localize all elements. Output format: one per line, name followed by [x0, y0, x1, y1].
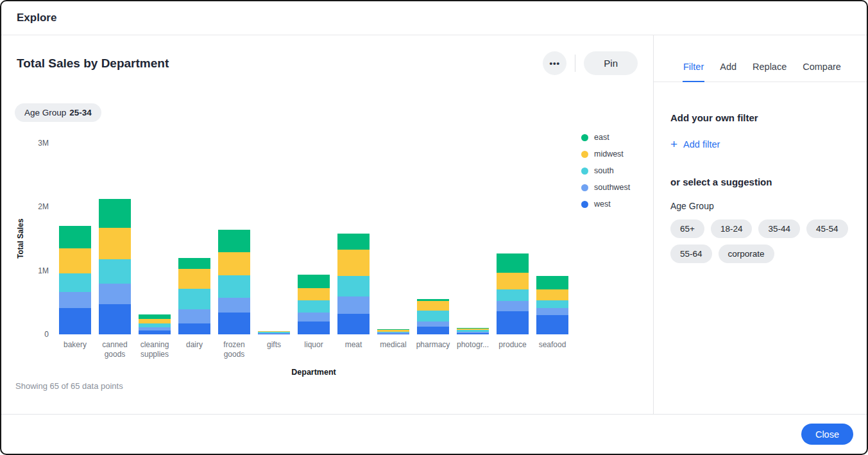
bar-segment-east[interactable]	[59, 226, 91, 248]
bar-segment-south[interactable]	[59, 273, 91, 293]
bar-segment-southwest[interactable]	[59, 292, 91, 308]
bar-segment-midwest[interactable]	[178, 269, 210, 289]
bar-segment-west[interactable]	[536, 315, 568, 334]
suggestion-chip-35-44[interactable]: 35-44	[758, 219, 800, 238]
stacked-bar[interactable]	[536, 276, 568, 334]
bar-gifts[interactable]	[254, 143, 294, 334]
legend-item-west[interactable]: west	[581, 200, 630, 209]
suggestion-group-label: Age Group	[670, 201, 850, 211]
bar-segment-south[interactable]	[218, 275, 250, 298]
stacked-bar[interactable]	[337, 234, 370, 334]
bar-segment-east[interactable]	[497, 253, 529, 273]
stacked-bar[interactable]	[457, 328, 489, 334]
bar-pharmacy[interactable]	[413, 143, 453, 334]
bar-segment-south[interactable]	[497, 289, 529, 302]
suggestion-chip-65+[interactable]: 65+	[670, 219, 704, 238]
bar-segment-west[interactable]	[218, 313, 250, 334]
bar-canned-goods[interactable]	[95, 143, 135, 334]
bar-segment-midwest[interactable]	[59, 248, 91, 273]
tab-filter[interactable]: Filter	[683, 62, 704, 82]
bar-segment-east[interactable]	[99, 199, 131, 228]
tab-add[interactable]: Add	[719, 62, 737, 82]
bar-segment-midwest[interactable]	[139, 319, 171, 323]
bar-segment-midwest[interactable]	[497, 273, 529, 289]
legend-item-midwest[interactable]: midwest	[581, 150, 630, 159]
suggestion-chip-55-64[interactable]: 55-64	[670, 245, 712, 263]
bar-segment-east[interactable]	[178, 258, 210, 269]
bar-cleaning-supplies[interactable]	[135, 143, 174, 334]
x-tick-label: cleaning supplies	[135, 340, 174, 359]
bar-segment-east[interactable]	[298, 275, 330, 288]
more-options-button[interactable]: •••	[543, 51, 566, 75]
legend-item-south[interactable]: south	[581, 166, 630, 175]
bar-segment-west[interactable]	[178, 323, 210, 334]
stacked-bar[interactable]	[99, 199, 131, 334]
bar-segment-west[interactable]	[497, 311, 529, 334]
bar-segment-west[interactable]	[457, 333, 489, 334]
bar-liquor[interactable]	[294, 143, 334, 334]
bar-segment-south[interactable]	[536, 300, 568, 308]
legend-item-southwest[interactable]: southwest	[581, 183, 630, 192]
bar-segment-southwest[interactable]	[178, 309, 210, 323]
bar-bakery[interactable]	[55, 143, 95, 334]
bar-segment-west[interactable]	[258, 334, 290, 334]
stacked-bar[interactable]	[258, 331, 290, 334]
bar-segment-west[interactable]	[139, 331, 171, 334]
stacked-bar[interactable]	[218, 230, 250, 334]
bar-segment-south[interactable]	[178, 289, 210, 310]
bar-photogr-[interactable]	[453, 143, 493, 334]
bar-segment-midwest[interactable]	[417, 301, 449, 311]
bar-medical[interactable]	[373, 143, 413, 334]
stacked-bar[interactable]	[298, 275, 330, 334]
suggestion-chip-corporate[interactable]: corporate	[719, 245, 774, 263]
bar-segment-south[interactable]	[417, 311, 449, 322]
bar-segment-south[interactable]	[298, 300, 330, 313]
bar-seafood[interactable]	[532, 143, 572, 334]
bar-dairy[interactable]	[174, 143, 214, 334]
bar-segment-midwest[interactable]	[337, 250, 370, 276]
stacked-bar[interactable]	[417, 299, 449, 334]
add-filter-button[interactable]: + Add filter	[670, 139, 720, 150]
pin-button[interactable]: Pin	[584, 51, 638, 75]
stacked-bar[interactable]	[377, 329, 409, 334]
suggestion-chip-18-24[interactable]: 18-24	[711, 219, 753, 238]
bar-segment-east[interactable]	[218, 230, 250, 252]
bar-segment-east[interactable]	[536, 276, 568, 289]
tab-compare[interactable]: Compare	[802, 62, 842, 82]
bar-segment-west[interactable]	[417, 327, 449, 334]
bar-segment-west[interactable]	[337, 314, 370, 334]
bar-segment-west[interactable]	[99, 304, 131, 334]
close-button[interactable]: Close	[801, 424, 853, 445]
bar-frozen-goods[interactable]	[214, 143, 254, 334]
bar-segment-southwest[interactable]	[536, 308, 568, 315]
bar-segment-southwest[interactable]	[99, 284, 131, 305]
stacked-bar[interactable]	[178, 258, 210, 334]
bar-segment-southwest[interactable]	[337, 296, 370, 314]
bar-segment-east[interactable]	[337, 234, 370, 250]
bar-segment-south[interactable]	[99, 259, 131, 284]
bar-segment-south[interactable]	[337, 276, 370, 297]
legend-item-east[interactable]: east	[581, 133, 630, 142]
stacked-bar[interactable]	[139, 314, 171, 334]
bar-segment-midwest[interactable]	[536, 289, 568, 301]
suggestion-chip-45-54[interactable]: 45-54	[806, 219, 848, 238]
bar-segment-southwest[interactable]	[417, 322, 449, 327]
bar-segment-southwest[interactable]	[218, 298, 250, 313]
dialog-header: Explore	[1, 1, 867, 35]
filter-tab-content: Add your own filter + Add filter or sele…	[654, 112, 867, 263]
stacked-bar[interactable]	[497, 253, 529, 334]
bar-segment-west[interactable]	[298, 322, 330, 334]
stacked-bar[interactable]	[59, 226, 91, 334]
bar-segment-southwest[interactable]	[497, 301, 529, 311]
bar-segment-west[interactable]	[377, 334, 409, 334]
bar-segment-midwest[interactable]	[99, 228, 131, 259]
bar-segment-midwest[interactable]	[298, 288, 330, 301]
bar-segment-west[interactable]	[59, 308, 91, 334]
bar-segment-east[interactable]	[139, 314, 171, 319]
bar-segment-southwest[interactable]	[298, 313, 330, 322]
applied-filter-chip[interactable]: Age Group 25-34	[15, 103, 101, 122]
tab-replace[interactable]: Replace	[752, 62, 787, 82]
bar-segment-midwest[interactable]	[218, 252, 250, 275]
bar-produce[interactable]	[493, 143, 532, 334]
bar-meat[interactable]	[334, 143, 373, 334]
